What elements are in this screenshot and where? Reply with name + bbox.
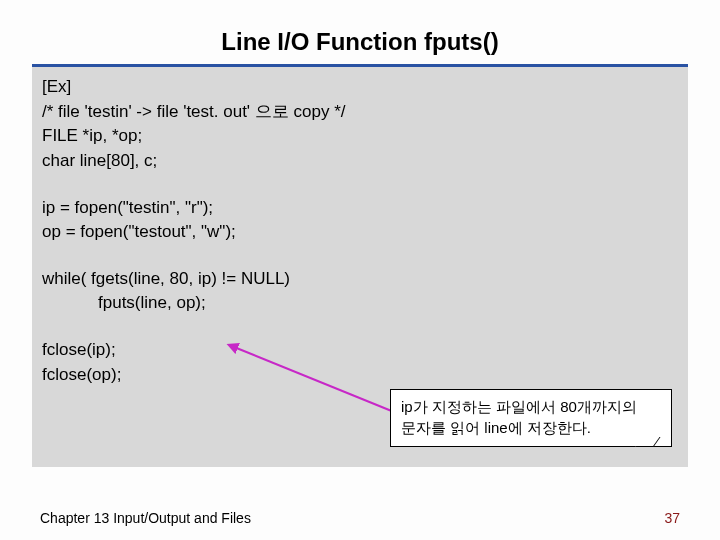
callout-text: ip가 지정하는 파일에서 80개까지의 <box>401 396 661 417</box>
code-line: ip = fopen("testin", "r"); <box>42 196 678 221</box>
slide-title: Line I/O Function fputs() <box>0 0 720 64</box>
page-number: 37 <box>664 510 680 526</box>
chapter-label: Chapter 13 Input/Output and Files <box>40 510 251 526</box>
code-line: FILE *ip, *op; <box>42 124 678 149</box>
code-line: op = fopen("testout", "w"); <box>42 220 678 245</box>
slide-footer: Chapter 13 Input/Output and Files 37 <box>40 510 680 526</box>
code-example-box: [Ex] /* file 'testin' -> file 'test. out… <box>32 67 688 467</box>
code-line: fputs(line, op); <box>98 291 678 316</box>
callout-box: ip가 지정하는 파일에서 80개까지의 문자를 읽어 line에 저장한다. <box>390 389 672 447</box>
callout-notch-icon <box>635 437 660 447</box>
callout-text: 문자를 읽어 line에 저장한다. <box>401 417 661 438</box>
code-line: while( fgets(line, 80, ip) != NULL) <box>42 267 678 292</box>
code-line: fclose(ip); <box>42 338 678 363</box>
code-line: fclose(op); <box>42 363 678 388</box>
code-line: [Ex] <box>42 75 678 100</box>
code-line: char line[80], c; <box>42 149 678 174</box>
code-line: /* file 'testin' -> file 'test. out' 으로 … <box>42 100 678 125</box>
